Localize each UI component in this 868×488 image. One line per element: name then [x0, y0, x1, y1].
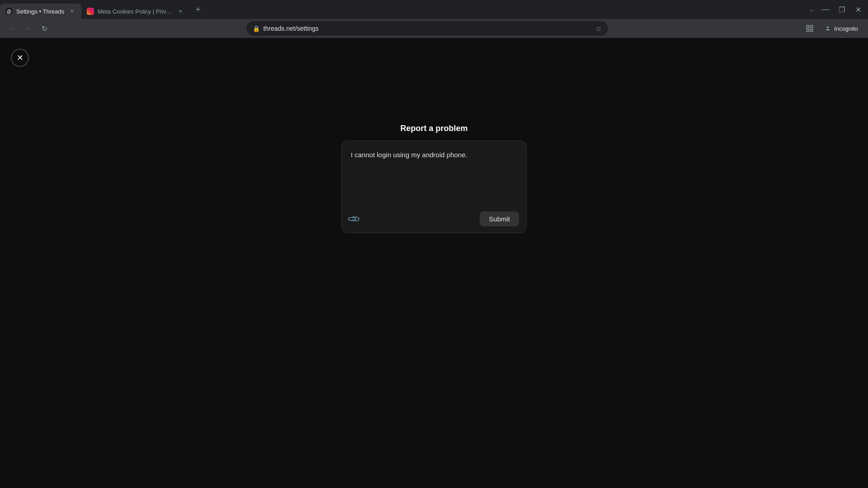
- url-text: threads.net/settings: [264, 25, 592, 32]
- tab-close-1[interactable]: ×: [68, 7, 76, 15]
- svg-rect-3: [811, 29, 813, 32]
- back-button[interactable]: ←: [5, 22, 18, 35]
- tab-meta-cookies[interactable]: Meta Cookies Policy | Privacy Ce... ×: [81, 4, 190, 19]
- svg-rect-0: [807, 25, 809, 28]
- tab-settings-threads[interactable]: @ Settings • Threads ×: [0, 4, 81, 19]
- tab-search-button[interactable]: ⌄: [807, 5, 816, 14]
- tab-title-1: Settings • Threads: [16, 8, 64, 15]
- page-content: ✕ Report a problem I cannot login using …: [0, 38, 868, 488]
- bookmark-icon[interactable]: ☆: [595, 24, 602, 33]
- restore-button[interactable]: ❐: [835, 3, 848, 16]
- incognito-label: Incognito: [834, 25, 858, 32]
- report-title: Report a problem: [400, 124, 467, 133]
- tab-close-2[interactable]: ×: [176, 7, 184, 15]
- minimize-button[interactable]: —: [819, 3, 832, 16]
- report-form-footer: 📎 Submit: [342, 206, 526, 233]
- report-form-box: I cannot login using my android phone. 📎…: [341, 141, 527, 233]
- submit-button[interactable]: Submit: [480, 211, 519, 226]
- close-window-button[interactable]: ✕: [852, 3, 864, 16]
- browser-chrome: @ Settings • Threads × Meta Cookies Poli…: [0, 0, 868, 38]
- tab-title-2: Meta Cookies Policy | Privacy Ce...: [98, 8, 173, 15]
- threads-favicon-icon: @: [5, 8, 13, 15]
- lock-icon: 🔒: [253, 25, 260, 32]
- svg-point-4: [827, 26, 829, 28]
- reload-button[interactable]: ↻: [38, 22, 51, 35]
- forward-button[interactable]: →: [22, 22, 34, 35]
- svg-rect-2: [807, 29, 809, 32]
- instagram-favicon: [87, 8, 94, 15]
- report-container: Report a problem I cannot login using my…: [0, 124, 868, 233]
- url-bar[interactable]: 🔒 threads.net/settings ☆: [246, 21, 608, 36]
- tab-bar: @ Settings • Threads × Meta Cookies Poli…: [0, 0, 868, 19]
- svg-rect-1: [811, 25, 813, 28]
- close-page-button[interactable]: ✕: [11, 49, 29, 67]
- attach-icon[interactable]: 📎: [347, 212, 361, 226]
- incognito-button[interactable]: Incognito: [820, 23, 863, 34]
- close-page-icon: ✕: [17, 53, 24, 63]
- address-bar: ← → ↻ 🔒 threads.net/settings ☆ Incognito: [0, 19, 868, 38]
- report-textarea[interactable]: I cannot login using my android phone.: [342, 141, 526, 204]
- window-controls: ⌄ — ❐ ✕: [804, 3, 868, 16]
- instagram-favicon-icon: [87, 8, 94, 15]
- extensions-button[interactable]: [803, 22, 816, 35]
- new-tab-button[interactable]: +: [192, 3, 204, 16]
- threads-favicon: @: [5, 8, 13, 15]
